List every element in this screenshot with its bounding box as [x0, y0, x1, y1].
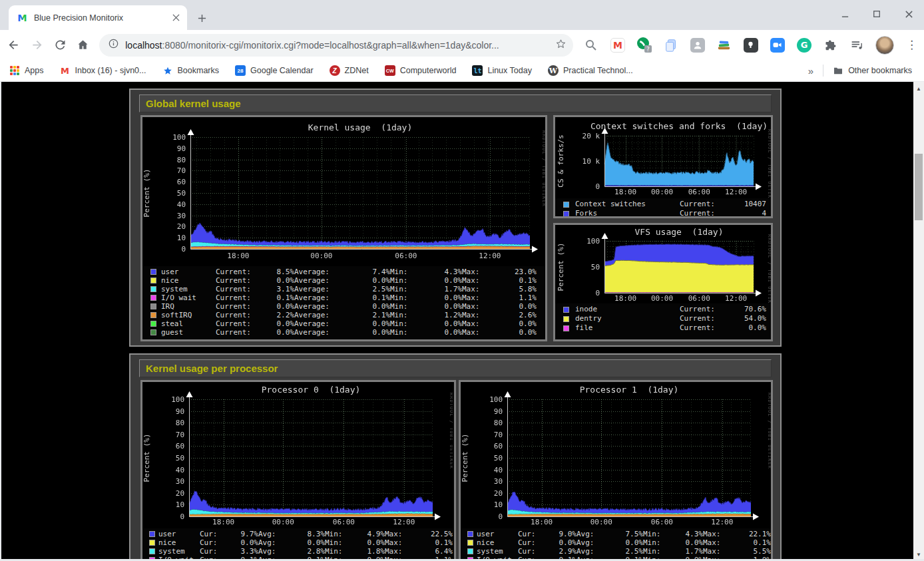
page-info-icon[interactable] [109, 39, 118, 51]
legend-stat-label: Min: [390, 319, 434, 328]
legend-stat-value: 2.5% [358, 285, 390, 293]
back-icon[interactable] [4, 35, 23, 55]
bookmark-zdnet[interactable]: Z ZDNet [330, 65, 369, 76]
legend-stat-label: Min: [390, 328, 434, 337]
reload-icon[interactable] [51, 35, 70, 55]
search-extension-icon[interactable] [582, 37, 600, 54]
vfs-usage-graph[interactable] [555, 225, 771, 303]
bookmarks-bar: Apps M Inbox (16) - sjvn0... Bookmarks 2… [0, 60, 924, 82]
bookmark-star-icon[interactable] [555, 38, 567, 52]
legend-stat-label: Current: [680, 323, 733, 333]
close-icon[interactable] [901, 7, 916, 21]
legend-stat-value: 4.3% [676, 530, 703, 538]
legend-stat-value: 2.9% [549, 547, 577, 556]
bookmarks-overflow-chevron[interactable]: » [808, 65, 813, 77]
legend-stat-value: 0.0% [297, 538, 325, 547]
processor0-graph[interactable] [142, 382, 453, 528]
gmail-extension-icon[interactable]: M [609, 37, 626, 54]
legend-stat-value: 2.5% [615, 547, 643, 556]
bookmark-apps[interactable]: Apps [9, 65, 44, 76]
new-tab-button[interactable] [192, 9, 211, 27]
legend-stat-label: Average: [294, 285, 358, 293]
bookmark-bookmarks[interactable]: Bookmarks [162, 65, 220, 76]
url-text[interactable]: localhost:8080/monitorix-cgi/monitorix.c… [125, 40, 555, 51]
legend-stat-value: 0.0% [262, 302, 294, 311]
legend-swatch [150, 269, 156, 275]
browser-menu-icon[interactable]: ⋮ [906, 38, 917, 52]
bookmark-practical-tech[interactable]: W Practical Technol... [548, 65, 633, 76]
home-icon[interactable] [73, 35, 93, 55]
google-voice-extension-icon[interactable]: ? [636, 37, 653, 54]
legend-swatch [150, 312, 156, 318]
vfs-usage-legend: inodeCurrent:70.6%dentryCurrent:54.0%fil… [563, 305, 771, 333]
bookmark-inbox[interactable]: M Inbox (16) - sjvn0... [60, 65, 146, 76]
legend-stat-value: 0.1% [506, 276, 537, 285]
legend-stat-value: 5.5% [739, 547, 771, 556]
legend-row: softIRQCurrent:2.2%Average:2.1%Min:1.2%M… [150, 311, 545, 319]
tab-close-icon[interactable] [170, 12, 182, 23]
processor1-graph[interactable] [461, 382, 771, 528]
forward-icon[interactable] [27, 35, 47, 55]
legend-swatch [149, 540, 155, 546]
extensions-puzzle-icon[interactable] [822, 37, 839, 54]
legend-stat-label: Current: [216, 285, 262, 293]
legend-stat-label: Min: [390, 268, 434, 276]
legend-series-name: inode [575, 305, 680, 314]
copy-pages-extension-icon[interactable] [662, 37, 680, 54]
legend-stat-label: Max: [462, 319, 506, 328]
legend-series-name: Forks [575, 209, 680, 218]
legend-stat-label: Min: [643, 547, 676, 556]
scrollbar-up-icon[interactable]: ▲ [913, 83, 924, 94]
processor0-legend: userCur:9.7%Avg:8.3%Min:4.9%Max:22.5%nic… [149, 530, 454, 561]
legend-stat-value: 0.0% [434, 302, 462, 311]
legend-stat-label: Max: [385, 530, 421, 538]
zoom-extension-icon[interactable] [769, 37, 786, 54]
legend-stat-label: Cur: [200, 547, 230, 556]
legend-row: systemCurrent:3.1%Average:2.5%Min:1.7%Ma… [150, 285, 545, 293]
legend-stat-label: Cur: [518, 530, 549, 538]
grammarly-extension-icon[interactable]: G [796, 37, 813, 54]
bookmark-linux-today[interactable]: lt Linux Today [472, 65, 532, 76]
tab-strip: M Blue Precision Monitorix [0, 0, 924, 30]
legend-stat-value: 0.0% [549, 538, 577, 547]
bookmark-google-calendar[interactable]: 28 Google Calendar [235, 65, 314, 76]
bookmark-computerworld[interactable]: CW Computerworld [385, 65, 457, 76]
other-bookmarks-button[interactable]: Other bookmarks [833, 65, 912, 76]
linuxtoday-icon: lt [472, 65, 483, 76]
kernel-usage-graph[interactable] [142, 117, 545, 266]
legend-stat-value: 4.9% [358, 530, 385, 538]
minimize-icon[interactable] [837, 7, 852, 21]
legend-stat-label: Average: [294, 276, 358, 285]
person-box-extension-icon[interactable] [689, 37, 706, 54]
browser-toolbar: localhost:8080/monitorix-cgi/monitorix.c… [0, 30, 924, 60]
legend-swatch [467, 540, 473, 546]
calendar-icon: 28 [235, 65, 246, 76]
scrollbar[interactable]: ▲ ▼ [913, 82, 924, 561]
address-bar[interactable]: localhost:8080/monitorix-cgi/monitorix.c… [99, 34, 573, 57]
legend-stat-label: Max: [462, 311, 506, 319]
legend-stat-label: Max: [462, 302, 506, 311]
maximize-icon[interactable] [869, 7, 884, 21]
legend-row: ForksCurrent:4 [563, 209, 771, 218]
legend-row: inodeCurrent:70.6% [563, 305, 771, 314]
legend-stat-label: Cur: [518, 538, 549, 547]
books-stack-extension-icon[interactable] [716, 37, 733, 54]
context-switches-graph[interactable] [555, 117, 771, 198]
legend-stat-value: 7.5% [615, 530, 643, 538]
legend-swatch [150, 321, 156, 327]
kernel-usage-legend: userCurrent:8.5%Average:7.4%Min:4.3%Max:… [150, 268, 545, 337]
legend-stat-value: 1.8% [358, 547, 385, 556]
scrollbar-down-icon[interactable]: ▼ [913, 549, 924, 560]
section-title: Kernel usage per processor [139, 359, 772, 377]
section-global-kernel-usage: Global kernel usage userCurrent:8.5%Aver… [129, 89, 782, 347]
legend-stat-label: Max: [462, 285, 506, 293]
legend-stat-value: 3.3% [230, 547, 258, 556]
profile-avatar[interactable] [875, 36, 894, 55]
keeper-extension-icon[interactable] [742, 37, 760, 54]
scrollbar-thumb[interactable] [915, 154, 923, 220]
legend-stat-label: Current: [680, 200, 733, 209]
legend-row: systemCur:3.3%Avg:2.8%Min:1.8%Max:6.4% [149, 547, 454, 556]
browser-tab[interactable]: M Blue Precision Monitorix [9, 5, 187, 30]
playlist-extension-icon[interactable] [849, 37, 866, 54]
legend-swatch [150, 303, 156, 309]
